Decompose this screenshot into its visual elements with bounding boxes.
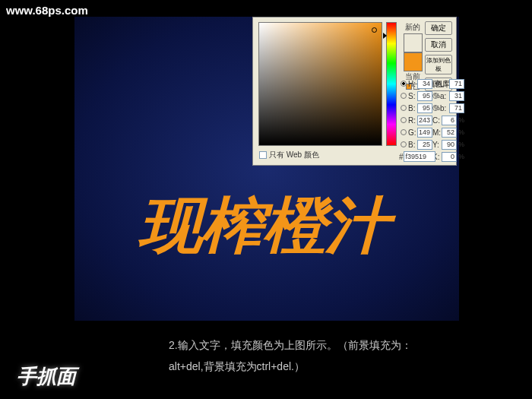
web-only-checkbox[interactable] bbox=[259, 151, 267, 159]
caption-line1: 2.输入文字，填充颜色为上图所示。（前景填充为： bbox=[169, 334, 412, 356]
color-cursor bbox=[372, 27, 377, 33]
text-layer: 现榨橙汁 bbox=[138, 185, 388, 268]
a-input[interactable]: 31 bbox=[449, 91, 464, 101]
k-input[interactable]: 0 bbox=[442, 152, 457, 162]
radio-bl[interactable] bbox=[401, 141, 407, 147]
brand-logo: 手抓面 bbox=[17, 363, 76, 390]
lab-cmyk-values: L:71 a:31 b:71 C:6% M:52% Y:90% K:0% bbox=[432, 78, 464, 163]
photoshop-canvas: 现榨橙汁 新的 当前 确定 取消 添加到色板 颜色库 H:34度 S:95% B… bbox=[74, 17, 459, 321]
ok-button[interactable]: 确定 bbox=[425, 21, 452, 35]
lb-input[interactable]: 71 bbox=[449, 103, 464, 113]
r-input[interactable]: 243 bbox=[417, 116, 432, 125]
radio-s[interactable] bbox=[401, 93, 407, 99]
caption-line2: alt+del,背景填充为ctrl+del.） bbox=[169, 356, 412, 377]
g-input[interactable]: 149 bbox=[417, 128, 432, 138]
radio-a[interactable] bbox=[432, 93, 439, 99]
color-picker-dialog: 新的 当前 确定 取消 添加到色板 颜色库 H:34度 S:95% B:95% … bbox=[252, 17, 457, 166]
cancel-button[interactable]: 取消 bbox=[425, 38, 452, 52]
bl-input[interactable]: 25 bbox=[417, 140, 432, 150]
hex-input[interactable]: f39519 bbox=[404, 151, 435, 162]
hue-slider[interactable] bbox=[386, 22, 397, 146]
radio-lb[interactable] bbox=[432, 105, 439, 111]
s-input[interactable]: 95 bbox=[417, 91, 432, 101]
l-input[interactable]: 71 bbox=[449, 79, 464, 89]
color-field[interactable] bbox=[258, 22, 382, 146]
b-input[interactable]: 95 bbox=[417, 103, 432, 113]
radio-b[interactable] bbox=[401, 105, 407, 111]
radio-r[interactable] bbox=[401, 117, 407, 123]
h-input[interactable]: 34 bbox=[417, 79, 432, 89]
web-only-label: 只有 Web 颜色 bbox=[269, 150, 319, 160]
web-only-row: 只有 Web 颜色 bbox=[259, 150, 319, 160]
radio-h[interactable] bbox=[401, 81, 407, 87]
hue-pointer bbox=[383, 33, 387, 39]
site-watermark: www.68ps.com bbox=[6, 4, 88, 17]
hex-row: # f39519 bbox=[399, 151, 435, 162]
m-input[interactable]: 52 bbox=[442, 128, 457, 138]
new-label: 新的 bbox=[401, 22, 424, 33]
c-input[interactable]: 6 bbox=[442, 116, 457, 125]
swatch-current bbox=[404, 52, 423, 71]
radio-g[interactable] bbox=[401, 129, 407, 135]
y-input[interactable]: 90 bbox=[442, 140, 457, 150]
tutorial-caption: 2.输入文字，填充颜色为上图所示。（前景填充为： alt+del,背景填充为ct… bbox=[169, 334, 412, 377]
radio-l[interactable] bbox=[432, 81, 439, 87]
add-swatch-button[interactable]: 添加到色板 bbox=[425, 55, 452, 74]
swatch-new bbox=[404, 33, 423, 52]
